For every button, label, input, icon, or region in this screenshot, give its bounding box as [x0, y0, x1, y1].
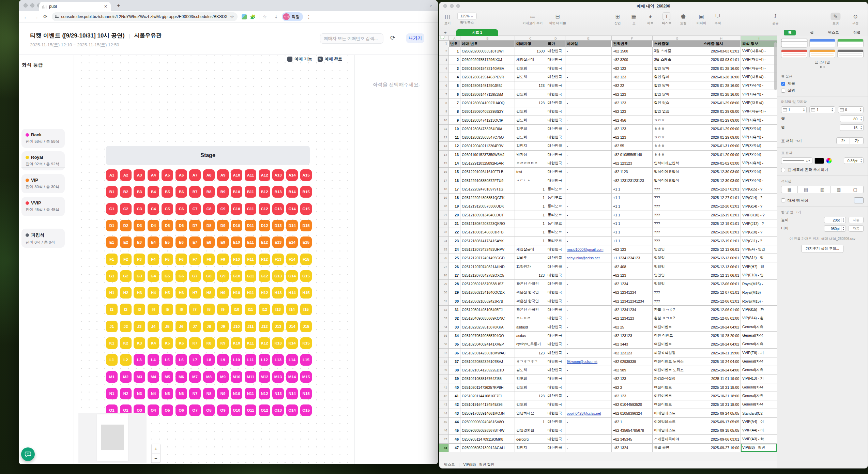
table-cell[interactable]: O251229110325892H5AR	[460, 159, 515, 168]
seat-B8[interactable]: B8	[203, 186, 215, 198]
seat-G14[interactable]: G14	[286, 270, 298, 282]
table-cell[interactable]: +82 22	[612, 81, 653, 90]
url-bar[interactable]: console.dev.publ.biz/channels/L2NoYW5uZW…	[52, 12, 238, 21]
table-cell[interactable]: 할인 많아	[653, 81, 702, 90]
table-cell[interactable]: +82 01085565148	[612, 151, 653, 159]
color-wheel-icon[interactable]	[826, 158, 832, 164]
table-cell[interactable]: +82 123123123123	[612, 176, 653, 185]
seat-F1[interactable]: F1	[106, 254, 118, 265]
table-cell[interactable]: ㅎㅎㅎ	[653, 116, 702, 124]
seat-I9[interactable]: I9	[217, 304, 229, 315]
seat-I4[interactable]: I4	[148, 304, 159, 315]
table-cell[interactable]: 대한민국	[546, 116, 565, 124]
table-cell[interactable]: +1 1	[612, 185, 653, 194]
row-number[interactable]: 32	[439, 306, 449, 314]
table-cell[interactable]: VIP(자유석) -	[741, 176, 777, 185]
table-cell[interactable]: VVIP(H7) - 잉	[741, 262, 777, 271]
seat-A8[interactable]: A8	[203, 169, 215, 181]
table-cell[interactable]: 대한민국	[546, 245, 565, 254]
table-cell[interactable]: 2025-10-24 04:00	[702, 357, 741, 366]
table-row[interactable]: 1817O2512220247016979T1G1동티모르-+1 1???202…	[439, 185, 777, 194]
table-cell[interactable]: Royal(M15) -	[741, 288, 777, 297]
table-cell[interactable]: O251218090134940LDUT	[460, 211, 515, 219]
table-cell[interactable]: O250917033914661MOJN	[460, 409, 515, 417]
table-cell[interactable]: -	[565, 73, 612, 81]
seat-D4[interactable]: D4	[148, 220, 159, 231]
table-row[interactable]: 3534O25102705190855704OOasdas대한민국-+82 12…	[439, 332, 777, 340]
seat-D15[interactable]: D15	[300, 220, 312, 231]
seat-E10[interactable]: E10	[231, 236, 242, 248]
table-cell[interactable]: O2512220247016979T1G	[460, 185, 515, 194]
seat-M2[interactable]: M2	[120, 371, 132, 383]
table-cell[interactable]: O2509051147091193MK8	[460, 435, 515, 443]
seat-N2[interactable]: N2	[120, 388, 132, 399]
row-number[interactable]: 48	[439, 444, 449, 452]
table-cell[interactable]: 2025-12-06 06:01	[702, 280, 741, 288]
column-header[interactable]: 예매자명	[515, 41, 546, 47]
table-cell[interactable]: +82 345345	[612, 435, 653, 443]
table-cell[interactable]: 2026-01-29 09:00	[702, 125, 741, 133]
seat-H14[interactable]: H14	[286, 287, 298, 299]
window-controls[interactable]	[443, 4, 460, 8]
table-cell[interactable]: 2025-12-20 01:01	[702, 202, 741, 211]
table-cell[interactable]: 동티모르	[546, 185, 565, 194]
table-cell[interactable]: 2026-01-28 16:00	[702, 73, 741, 81]
seat-E14[interactable]: E14	[286, 236, 298, 248]
row-number[interactable]: 34	[439, 323, 449, 332]
table-row[interactable]: 54O260128061951463PEVR김도희대한민국-+82 123할인 …	[439, 73, 777, 81]
seat-K3[interactable]: K3	[134, 337, 145, 349]
table-cell[interactable]: 2025-12-19 01:01	[702, 211, 741, 219]
table-cell[interactable]: General(자유	[741, 392, 777, 400]
seat-N13[interactable]: N13	[272, 388, 284, 399]
seat-K4[interactable]: K4	[148, 337, 159, 349]
table-cell[interactable]: VIP(자유석) -	[741, 168, 777, 176]
table-cell[interactable]: ㅎㄱㅎㄱㅎㄱ	[515, 357, 546, 366]
seat-J2[interactable]: J2	[120, 321, 132, 332]
seat-G15[interactable]: G15	[300, 270, 312, 282]
table-cell[interactable]: 대한민국	[546, 374, 565, 383]
column-letter-D[interactable]: D	[546, 36, 565, 41]
seat-M7[interactable]: M7	[189, 371, 201, 383]
table-cell[interactable]: 2025-12-13 06:01	[702, 245, 741, 254]
table-cell[interactable]: +82 1234	[612, 280, 653, 288]
table-style-option[interactable]	[809, 39, 836, 47]
seat-L13[interactable]: L13	[272, 354, 284, 366]
table-cell[interactable]: 잉잉잉	[653, 262, 702, 271]
table-cell[interactable]: VIP(G11) - ?	[741, 237, 777, 245]
seat-A2[interactable]: A2	[120, 169, 132, 181]
table-cell[interactable]: -	[565, 366, 612, 374]
table-cell[interactable]: -	[565, 306, 612, 314]
table-cell[interactable]: 동티모르	[546, 219, 565, 228]
table-cell[interactable]: 동티모르	[546, 237, 565, 245]
table-cell[interactable]: ㅎㅎㅎ	[653, 133, 702, 142]
row-number[interactable]: 38	[439, 357, 449, 366]
table-cell[interactable]: 2026-01-20 09:00	[702, 151, 741, 159]
downloads-icon[interactable]: ⭳	[274, 14, 278, 19]
seat-K8[interactable]: K8	[203, 337, 215, 349]
table-cell[interactable]: ㄹㄹㄹㅁㄷㄹ	[515, 159, 546, 168]
seat-K2[interactable]: K2	[120, 337, 132, 349]
table-cell[interactable]: 13	[449, 151, 460, 159]
table-cell[interactable]: 김민지	[515, 142, 546, 150]
reload-icon[interactable]: ⟳	[43, 14, 48, 20]
table-cell[interactable]: 2026-01-29 08:00	[702, 99, 741, 107]
seat-A12[interactable]: A12	[259, 169, 270, 181]
table-cell[interactable]: 2026-01-29 09:00	[702, 116, 741, 124]
table-cell[interactable]: 대한민국	[546, 306, 565, 314]
seat-G7[interactable]: G7	[189, 270, 201, 282]
table-cell[interactable]: 2025-12-27 01:01	[702, 185, 741, 194]
table-cell[interactable]: O260119015237350W6MJ	[460, 151, 515, 159]
table-cell[interactable]: -	[565, 237, 612, 245]
table-cell[interactable]: VIP(G15) - ?	[741, 185, 777, 194]
close-window-icon[interactable]	[443, 4, 447, 8]
table-cell[interactable]: 2025-10-21 18:00	[702, 392, 741, 400]
table-cell[interactable]: 대한민국	[546, 444, 565, 452]
table-cell[interactable]: +82 123	[612, 245, 653, 254]
table-cell[interactable]: -	[565, 374, 612, 383]
seat-I15[interactable]: I15	[300, 304, 312, 315]
table-cell[interactable]: 동티모르	[546, 228, 565, 236]
table-cell[interactable]: -	[565, 349, 612, 357]
tab-list-chevron-icon[interactable]: ⌄	[429, 3, 432, 7]
table-cell[interactable]: -	[565, 116, 612, 124]
table-cell[interactable]: 25	[449, 254, 460, 262]
